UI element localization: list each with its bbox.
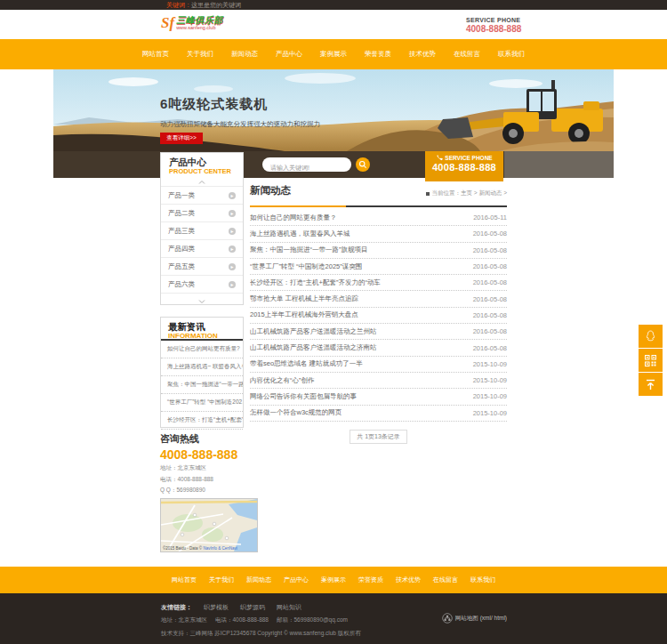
nav-item[interactable]: 关于我们 (183, 48, 217, 60)
service-box-number: 4008-888-888 (425, 162, 503, 173)
logo-url: www.sanfeng.club (176, 25, 223, 30)
footer-nav-item[interactable]: 产品中心 (284, 576, 309, 584)
banner-detail-button[interactable]: 查看详细>> (160, 133, 203, 144)
back-to-top-button[interactable] (639, 373, 663, 396)
footer-nav-item[interactable]: 案例展示 (321, 576, 346, 584)
site-logo[interactable]: Sf 三峰俱乐部 www.sanfeng.club (161, 15, 223, 30)
information-item[interactable]: 聚焦：中国一拖掘进“一带一路”… (161, 376, 243, 394)
baidu-map-thumbnail[interactable]: ©2015 Baidu - Data © NavInfo & CenNavi (160, 498, 258, 552)
qrcode-button[interactable] (639, 349, 663, 372)
nav-item[interactable]: 在线留言 (450, 48, 484, 60)
news-item-date: 2016-05-08 (473, 229, 507, 237)
footer-nav-item[interactable]: 在线留言 (433, 576, 458, 584)
news-item-date: 2015-10-09 (473, 376, 507, 384)
news-item[interactable]: 鄂市抢大单 工程机械上半年亮点追踪 2016-05-08 (250, 291, 507, 307)
search-input[interactable] (262, 161, 367, 175)
hotline-detail-line: 电话：4008-888-888 (160, 475, 267, 485)
footer-contact-part: 地址：北京东城区 (161, 616, 207, 624)
search-button[interactable] (356, 157, 370, 172)
nav-item[interactable]: 案例展示 (317, 48, 350, 60)
map-attribution: ©2015 Baidu - Data © NavInfo & CenNavi (163, 546, 237, 551)
nav-item[interactable]: 联系我们 (494, 48, 528, 60)
news-item-title: 带着seo思维选域名 建站就成功了一半 (250, 359, 363, 368)
product-scroll-up[interactable] (161, 178, 243, 186)
news-item[interactable]: 内容优化之有“心”创作 2015-10-09 (250, 373, 507, 389)
news-item-date: 2016-05-08 (473, 327, 507, 335)
information-item[interactable]: “世界工厂”转型 “中国制造202… (161, 394, 243, 412)
information-item[interactable]: 长沙经开区：打造“主机+配套”齐… (161, 412, 243, 430)
footer-nav-item[interactable]: 技术优势 (396, 576, 421, 584)
information-item[interactable]: 如何让自己的网站更有质量? (161, 341, 243, 358)
main-nav: 网站首页关于我们新闻动态产品中心案例展示荣誉资质技术优势在线留言联系我们 (0, 39, 667, 69)
product-category-label: 产品一类 (168, 191, 195, 200)
news-item[interactable]: 长沙经开区：打造“主机+配套”齐发力的“动车 2016-05-08 (250, 275, 507, 291)
search-icon (358, 160, 367, 169)
information-item[interactable]: 海上丝路遇机遇~ 联盟春风入羊城 (161, 358, 243, 376)
breadcrumb[interactable]: 当前位置：主页 > 新闻动态 > (426, 189, 507, 197)
news-item-title: 聚焦：中国一拖掘进“一带一路”旗舰项目 (250, 246, 368, 254)
product-category-item[interactable]: 产品五类 (161, 257, 243, 275)
friend-link[interactable]: 网站知识 (277, 603, 301, 612)
news-item[interactable]: “世界工厂”转型 “中国制造2025”谋突围 2016-05-08 (250, 259, 507, 275)
footer-nav-item[interactable]: 联系我们 (470, 576, 495, 584)
news-item[interactable]: 网络公司告诉你有关面包屑导航的事 2015-10-09 (250, 389, 507, 405)
footer-nav-item[interactable]: 新闻动态 (246, 576, 271, 584)
footer-copyright: 技术支持：三峰网络 苏ICP12345678 Copyright © www.s… (161, 630, 361, 638)
map-attribution-vendor: NavInfo & CenNavi (203, 546, 237, 551)
product-category-label: 产品六类 (168, 280, 195, 289)
logo-mark-icon: Sf (161, 15, 174, 30)
news-item-date: 2016-05-08 (473, 311, 507, 319)
product-category-item[interactable]: 产品二类 (161, 204, 243, 221)
qq-icon (645, 330, 656, 342)
footer-nav-item[interactable]: 关于我们 (209, 576, 234, 584)
hotline-number: 4008-888-888 (160, 447, 267, 462)
news-item[interactable]: 山工机械筑路产品客户送温暖活动之济南站 2016-05-08 (250, 340, 507, 356)
nav-item[interactable]: 荣誉资质 (361, 48, 395, 60)
news-item[interactable]: 带着seo思维选域名 建站就成功了一半 2015-10-09 (250, 357, 507, 373)
back-to-top-icon (645, 379, 656, 390)
friend-link[interactable]: 织梦源码 (240, 603, 265, 612)
footer-nav-item[interactable]: 网站首页 (172, 576, 197, 584)
news-item-date: 2016-05-08 (473, 344, 507, 352)
news-item-title: “世界工厂”转型 “中国制造2025”谋突围 (250, 262, 362, 271)
news-item[interactable]: 聚焦：中国一拖掘进“一带一路”旗舰项目 2016-05-08 (250, 243, 507, 259)
product-category-item[interactable]: 产品一类 (161, 186, 243, 204)
footer-contact-part: 电话：4008-888-888 (215, 616, 269, 624)
chevron-circle-icon (229, 263, 236, 270)
friend-link[interactable]: 织梦模板 (204, 603, 229, 612)
product-category-item[interactable]: 产品三类 (161, 221, 243, 239)
news-item[interactable]: 怎样做一个符合w3c规范的网页 2015-10-09 (250, 406, 507, 422)
product-category-label: 产品二类 (168, 209, 195, 218)
news-item-title: 怎样做一个符合w3c规范的网页 (250, 408, 342, 417)
nav-item[interactable]: 新闻动态 (228, 48, 261, 60)
news-item-title: 如何让自己的网站更有质量？ (250, 213, 337, 222)
nav-item[interactable]: 网站首页 (139, 48, 173, 60)
news-item-date: 2016-05-08 (473, 295, 507, 303)
footer-nav-item[interactable]: 荣誉资质 (358, 576, 383, 584)
qq-button[interactable] (639, 325, 663, 348)
news-rule-accent (250, 205, 346, 207)
news-item-title: 内容优化之有“心”创作 (250, 376, 315, 385)
pagination: 共 1页13条记录 (350, 430, 407, 444)
nav-item[interactable]: 技术优势 (406, 48, 439, 60)
breadcrumb-text: 当前位置：主页 > 新闻动态 > (431, 189, 507, 197)
friend-links-label: 友情链接： (161, 603, 192, 612)
product-category-item[interactable]: 产品六类 (161, 275, 243, 293)
nav-item[interactable]: 产品中心 (272, 48, 306, 60)
news-item[interactable]: 海上丝路遇机遇，联盟春风入羊城 2016-05-08 (250, 226, 507, 242)
footer-sitemap[interactable]: 网站地图 (xml/ html) (442, 613, 507, 624)
news-item[interactable]: 如何让自己的网站更有质量？ 2016-05-11 (250, 210, 507, 226)
chevron-circle-icon (229, 246, 236, 253)
product-category-label: 产品五类 (168, 262, 195, 271)
news-item[interactable]: 山工机械筑路产品客户送温暖活动之兰州站 2016-05-08 (250, 324, 507, 340)
search-box (262, 157, 351, 172)
keyword-value: 这里是您的关键词 (191, 2, 241, 8)
product-scroll-down[interactable] (161, 297, 243, 305)
news-item-title: 网络公司告诉你有关面包屑导航的事 (250, 392, 357, 401)
product-category-item[interactable]: 产品四类 (161, 239, 243, 257)
hero-banner: 6吨级轮式装载机 动力强劲扭矩储备大能充分发挥强大的驱动力和挖掘力 查看详细>> (53, 69, 614, 151)
news-item[interactable]: 2015上半年工程机械海外营销大盘点 2016-05-08 (250, 308, 507, 324)
news-panel: 新闻动态 当前位置：主页 > 新闻动态 > 如何让自己的网站更有质量？ 2016… (250, 181, 507, 444)
information-box: 最新资讯 INFORMATION 如何让自己的网站更有质量?海上丝路遇机遇~ 联… (160, 317, 244, 428)
news-item-title: 海上丝路遇机遇，联盟春风入羊城 (250, 229, 350, 238)
